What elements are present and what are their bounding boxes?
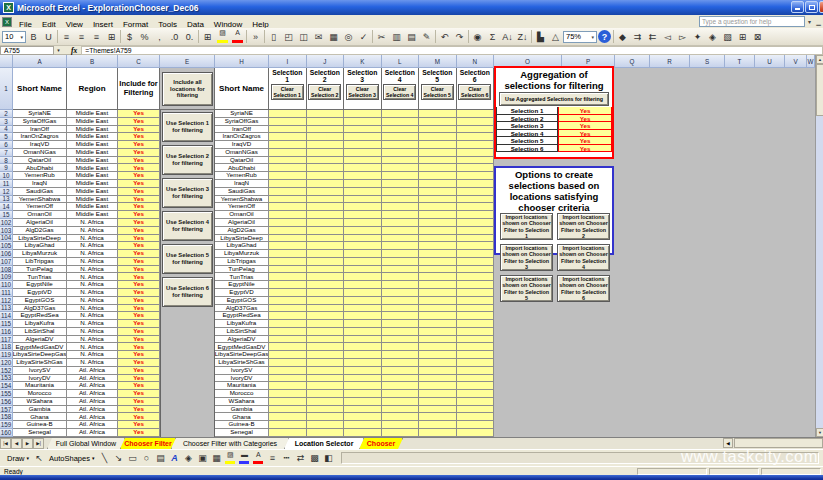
cell-region[interactable]: N. Africa bbox=[67, 242, 118, 250]
cell-selection-2[interactable] bbox=[307, 211, 345, 219]
cell-selection-3[interactable] bbox=[344, 429, 382, 437]
increase-decimal-icon[interactable]: .0 bbox=[167, 29, 182, 44]
row-header[interactable]: 156 bbox=[0, 398, 13, 406]
cell-selection-2[interactable] bbox=[307, 305, 345, 313]
cell-include-for-filtering[interactable]: Yes bbox=[118, 242, 160, 250]
cell-selection-3[interactable] bbox=[344, 406, 382, 414]
cell-region[interactable]: N. Africa bbox=[67, 281, 118, 289]
cell-region[interactable]: Atl. Africa bbox=[67, 421, 118, 429]
row-header[interactable]: 11 bbox=[0, 180, 13, 188]
close-button[interactable] bbox=[819, 1, 823, 13]
cell-selection-3[interactable] bbox=[344, 211, 382, 219]
row-header[interactable]: 155 bbox=[0, 390, 13, 398]
row-header[interactable]: 157 bbox=[0, 406, 13, 414]
row-header[interactable]: 8 bbox=[0, 157, 13, 165]
cell-selection-2[interactable] bbox=[307, 157, 345, 165]
column-header-N[interactable]: N bbox=[457, 55, 495, 68]
cell-short-name[interactable]: LibSirtShal bbox=[13, 328, 67, 336]
cell-selection-4[interactable] bbox=[382, 328, 420, 336]
cell-selection-2[interactable] bbox=[307, 266, 345, 274]
row-header[interactable]: 113 bbox=[0, 305, 13, 313]
custom-macro-7-icon[interactable]: ◈ bbox=[705, 29, 720, 44]
cell-short-name[interactable]: YemenRub bbox=[13, 172, 67, 180]
print-preview-icon[interactable]: ◎ bbox=[341, 29, 356, 44]
cell-short-name[interactable]: SaudiGas bbox=[13, 188, 67, 196]
cell-short-name-2[interactable]: SyriaOffGas bbox=[215, 118, 269, 126]
cell-column-e[interactable] bbox=[160, 351, 215, 359]
cell-selection-4[interactable] bbox=[382, 390, 420, 398]
cell-short-name-2[interactable]: IraqVD bbox=[215, 141, 269, 149]
cell-region[interactable]: Middle East bbox=[67, 164, 118, 172]
cell-selection-4[interactable] bbox=[382, 382, 420, 390]
cell-short-name[interactable]: EgyptNile bbox=[13, 281, 67, 289]
cell-short-name-2[interactable]: SaudiGas bbox=[215, 188, 269, 196]
cell-short-name[interactable]: AlgD37Gas bbox=[13, 305, 67, 313]
cell-selection-4[interactable] bbox=[382, 172, 420, 180]
cell-selection-4[interactable] bbox=[382, 219, 420, 227]
clear-selection-1-button[interactable]: Clear Selection 1 bbox=[271, 84, 304, 100]
cell-selection-6[interactable] bbox=[457, 281, 495, 289]
sheet-tab-full-global-window[interactable]: Full Global Window bbox=[47, 438, 125, 449]
cell-selection-2[interactable] bbox=[307, 367, 345, 375]
cell-selection-1[interactable] bbox=[269, 219, 307, 227]
row-header[interactable]: 118 bbox=[0, 343, 13, 351]
cell-selection-6[interactable] bbox=[457, 398, 495, 406]
cell-selection-2[interactable] bbox=[307, 242, 345, 250]
cell-selection-3[interactable] bbox=[344, 141, 382, 149]
cell-short-name-2[interactable]: EgyptNile bbox=[215, 281, 269, 289]
cell-region[interactable]: N. Africa bbox=[67, 266, 118, 274]
cell-selection-5[interactable] bbox=[419, 413, 457, 421]
name-box[interactable]: A755 bbox=[0, 46, 54, 55]
cell-include-for-filtering[interactable]: Yes bbox=[118, 118, 160, 126]
row-header[interactable]: 6 bbox=[0, 141, 13, 149]
merge-center-icon[interactable]: ⊞ bbox=[104, 29, 119, 44]
horizontal-scroll-thumb[interactable] bbox=[734, 438, 823, 448]
dash-style-icon[interactable]: ┅ bbox=[279, 451, 293, 465]
cell-selection-3[interactable] bbox=[344, 266, 382, 274]
cell-selection-3[interactable] bbox=[344, 149, 382, 157]
cell-selection-5[interactable] bbox=[419, 110, 457, 118]
column-header-E[interactable]: E bbox=[160, 55, 215, 68]
cell-include-for-filtering[interactable]: Yes bbox=[118, 390, 160, 398]
cell-short-name[interactable]: LibyaSirteDeep bbox=[13, 235, 67, 243]
cell-selection-3[interactable] bbox=[344, 359, 382, 367]
cell-selection-3[interactable] bbox=[344, 328, 382, 336]
cell-selection-6[interactable] bbox=[457, 359, 495, 367]
row-header[interactable]: 103 bbox=[0, 227, 13, 235]
cell-selection-5[interactable] bbox=[419, 211, 457, 219]
cell-include-for-filtering[interactable]: Yes bbox=[118, 211, 160, 219]
cell-short-name[interactable]: QatarOil bbox=[13, 157, 67, 165]
cell-selection-2[interactable] bbox=[307, 406, 345, 414]
cell-short-name[interactable]: SyriaOffGas bbox=[13, 118, 67, 126]
cell-selection-4[interactable] bbox=[382, 429, 420, 437]
use-aggregated-selections-button[interactable]: Use Aggregated Selections for filtering bbox=[499, 92, 609, 106]
cell-short-name-2[interactable]: LibyaSirteShGas bbox=[215, 359, 269, 367]
cell-short-name[interactable]: IranOff bbox=[13, 126, 67, 134]
use-selection-6-button[interactable]: Use Selection 6 for filtering bbox=[162, 277, 213, 307]
import-to-selection-1-button[interactable]: Import locations shown on Chooser Filter… bbox=[500, 213, 553, 240]
cell-selection-5[interactable] bbox=[419, 390, 457, 398]
column-header-T[interactable]: T bbox=[725, 55, 755, 68]
row-header[interactable]: 104 bbox=[0, 235, 13, 243]
column-header-L[interactable]: L bbox=[382, 55, 420, 68]
cell-selection-5[interactable] bbox=[419, 250, 457, 258]
column-header-S[interactable]: S bbox=[690, 55, 725, 68]
cell-selection-6[interactable] bbox=[457, 297, 495, 305]
cell-selection-3[interactable] bbox=[344, 157, 382, 165]
cell-selection-4[interactable] bbox=[382, 367, 420, 375]
cell-selection-4[interactable] bbox=[382, 211, 420, 219]
cell-selection-2[interactable] bbox=[307, 320, 345, 328]
scroll-down-icon[interactable]: ▼ bbox=[816, 428, 823, 437]
sort-descending-icon[interactable]: Z↓ bbox=[515, 29, 530, 44]
cell-selection-6[interactable] bbox=[457, 421, 495, 429]
cell-selection-4[interactable] bbox=[382, 196, 420, 204]
cell-region[interactable]: Atl. Africa bbox=[67, 367, 118, 375]
cell-selection-4[interactable] bbox=[382, 305, 420, 313]
cell-short-name[interactable]: Mauritania bbox=[13, 382, 67, 390]
row-header[interactable]: 160 bbox=[0, 429, 13, 437]
cell-selection-1[interactable] bbox=[269, 297, 307, 305]
textbox-icon[interactable]: ▤ bbox=[153, 451, 167, 465]
custom-macro-2-icon[interactable]: ⇉ bbox=[630, 29, 645, 44]
sheet-tab-chooser-filter[interactable]: Chooser Filter bbox=[120, 438, 176, 449]
shadow-style-icon[interactable]: ▩ bbox=[307, 451, 321, 465]
